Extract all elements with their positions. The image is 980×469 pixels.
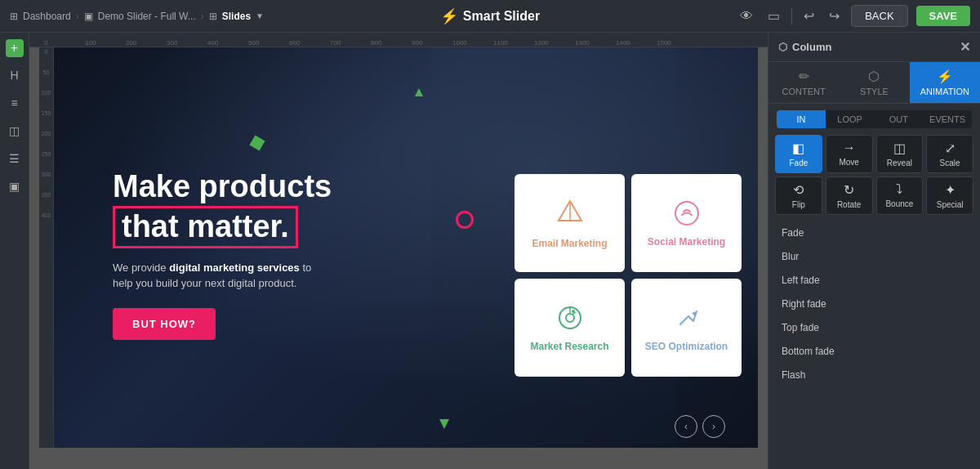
responsive-icon[interactable]: ▭ (764, 5, 783, 27)
ruler-mark: 1200 (534, 39, 575, 47)
right-panel: ⬡ Column ✕ ✏ CONTENT ⬡ STYLE ⚡ ANIMATION… (768, 33, 980, 469)
anim-item-left-fade[interactable]: Left fade (777, 269, 972, 293)
topbar: ⊞ Dashboard › ▣ Demo Slider - Full W... … (0, 0, 980, 33)
panel-title: Column (792, 41, 831, 53)
slides-crumb-icon: ⊞ (209, 11, 217, 22)
email-marketing-label: Email Marketing (532, 238, 607, 249)
anim-item-fade[interactable]: Fade (777, 221, 972, 245)
cta-button[interactable]: BUT HOW? (113, 308, 216, 340)
anim-btn-bounce[interactable]: ⤵ Bounce (876, 176, 924, 215)
panel-close-button[interactable]: ✕ (960, 39, 970, 55)
redo-icon[interactable]: ↪ (826, 5, 843, 27)
anim-tab-loop[interactable]: LOOP (826, 110, 875, 128)
animation-tab-icon: ⚡ (937, 69, 953, 84)
scale-btn-icon: ⤢ (945, 141, 956, 156)
slide-nav: ‹ › (675, 415, 725, 438)
topbar-divider (791, 8, 792, 25)
deco-green-triangle (415, 88, 423, 96)
reveal-btn-label: Reveal (887, 159, 912, 168)
slider-crumb[interactable]: Demo Slider - Full W... (98, 11, 196, 22)
rotate-btn-label: Rotate (837, 200, 861, 209)
content-tab-icon: ✏ (799, 69, 809, 84)
panel-main-tabs: ✏ CONTENT ⬡ STYLE ⚡ ANIMATION (768, 62, 980, 104)
ruler-mark: 200 (126, 39, 167, 47)
ruler-mark: 400 (207, 39, 248, 47)
seo-optimization-label: SEO Optimization (645, 341, 728, 352)
tab-content[interactable]: ✏ CONTENT (768, 62, 839, 103)
fade-btn-label: Fade (789, 159, 808, 168)
anim-item-top-fade[interactable]: Top fade (777, 316, 972, 340)
prev-slide-button[interactable]: ‹ (675, 415, 697, 438)
headline-2: that matter. (113, 206, 298, 248)
anim-btn-reveal[interactable]: ◫ Reveal (876, 135, 924, 173)
ruler-mark: 1400 (616, 39, 657, 47)
anim-btn-rotate[interactable]: ↻ Rotate (826, 176, 873, 215)
save-button[interactable]: SAVE (916, 6, 970, 26)
headline-2-wrapper: that matter. (113, 206, 415, 248)
ruler-mark: 700 (330, 39, 371, 47)
style-tab-label: STYLE (860, 87, 889, 96)
ruler-mark: 300 (167, 39, 207, 47)
card-market-research[interactable]: Market Research (514, 279, 625, 377)
anim-btn-fade[interactable]: ◧ Fade (775, 135, 822, 173)
flip-btn-label: Flip (792, 200, 805, 209)
card-social-marketing[interactable]: Social Marketing (631, 174, 742, 272)
anim-item-right-fade[interactable]: Right fade (777, 293, 972, 316)
social-marketing-label: Social Marketing (648, 236, 725, 248)
ruler-mark: 800 (371, 39, 412, 47)
tab-style[interactable]: ⬡ STYLE (839, 62, 909, 103)
topbar-actions: 👁 ▭ ↩ ↪ BACK SAVE (737, 5, 970, 27)
next-slide-button[interactable]: › (702, 415, 725, 438)
cards-grid: Email Marketing Social Mar (514, 174, 742, 377)
dashboard-crumb[interactable]: Dashboard (23, 11, 71, 22)
social-icon (672, 199, 702, 231)
ruler-mark: 900 (412, 39, 452, 47)
sidebar-grid-icon[interactable]: ▣ (6, 176, 23, 196)
undo-icon[interactable]: ↩ (800, 5, 817, 27)
text-section: Make products that matter. We provide di… (113, 170, 415, 340)
slides-dropdown-icon[interactable]: ▼ (256, 11, 264, 20)
slides-crumb[interactable]: Slides (222, 11, 251, 22)
preview-icon[interactable]: 👁 (737, 6, 756, 27)
move-btn-label: Move (839, 158, 858, 167)
panel-header: ⬡ Column ✕ (768, 33, 980, 62)
ruler: 0 100 200 300 400 500 600 700 800 900 10… (29, 33, 768, 47)
anim-btn-scale[interactable]: ⤢ Scale (926, 135, 973, 173)
deco-green-triangle-down (439, 419, 449, 429)
slide-canvas[interactable]: 0 50 100 150 200 250 300 350 400 Make pr… (39, 47, 758, 448)
scale-btn-label: Scale (940, 159, 960, 168)
sidebar-heading-icon[interactable]: H (7, 65, 21, 85)
subtitle-bold: digital marketing services (169, 261, 300, 274)
panel-icon: ⬡ (778, 41, 787, 53)
card-seo-optimization[interactable]: SEO Optimization (631, 279, 742, 377)
rotate-btn-icon: ↻ (844, 182, 854, 198)
card-email-marketing[interactable]: Email Marketing (514, 174, 625, 272)
anim-item-flash[interactable]: Flash (777, 364, 972, 387)
anim-tab-out[interactable]: OUT (875, 110, 924, 128)
anim-sub-tabs: IN LOOP OUT EVENTS (777, 110, 972, 128)
add-button[interactable]: + (6, 39, 24, 57)
anim-btn-special[interactable]: ✦ Special (926, 176, 973, 215)
tab-animation[interactable]: ⚡ ANIMATION (910, 62, 980, 103)
panel-header-left: ⬡ Column (778, 41, 831, 53)
anim-type-buttons: ◧ Fade → Move ◫ Reveal ⤢ Scale ⟲ Flip ↻ … (768, 135, 980, 221)
anim-item-bottom-fade[interactable]: Bottom fade (777, 340, 972, 364)
seo-icon (672, 303, 702, 336)
back-button[interactable]: BACK (851, 5, 907, 27)
brand-logo-area: ⚡ Smart Slider (440, 7, 540, 25)
headline-1: Make products (113, 170, 415, 204)
anim-btn-flip[interactable]: ⟲ Flip (775, 176, 822, 215)
headline-2-boxed: that matter. (113, 206, 298, 248)
flip-btn-icon: ⟲ (793, 182, 804, 198)
sidebar-list-icon[interactable]: ☰ (6, 149, 23, 168)
anim-item-blur[interactable]: Blur (777, 245, 972, 269)
reveal-btn-icon: ◫ (893, 141, 906, 156)
anim-tab-in[interactable]: IN (777, 110, 826, 128)
anim-btn-move[interactable]: → Move (826, 135, 873, 173)
main-layout: + H ≡ ◫ ☰ ▣ 0 100 200 300 400 500 600 70… (0, 33, 980, 469)
sidebar-layers-icon[interactable]: ≡ (7, 93, 20, 113)
subtitle: We provide digital marketing services to… (113, 260, 415, 292)
canvas-area[interactable]: 0 50 100 150 200 250 300 350 400 Make pr… (29, 47, 768, 469)
sidebar-media-icon[interactable]: ◫ (6, 121, 23, 141)
anim-tab-events[interactable]: EVENTS (923, 110, 972, 128)
